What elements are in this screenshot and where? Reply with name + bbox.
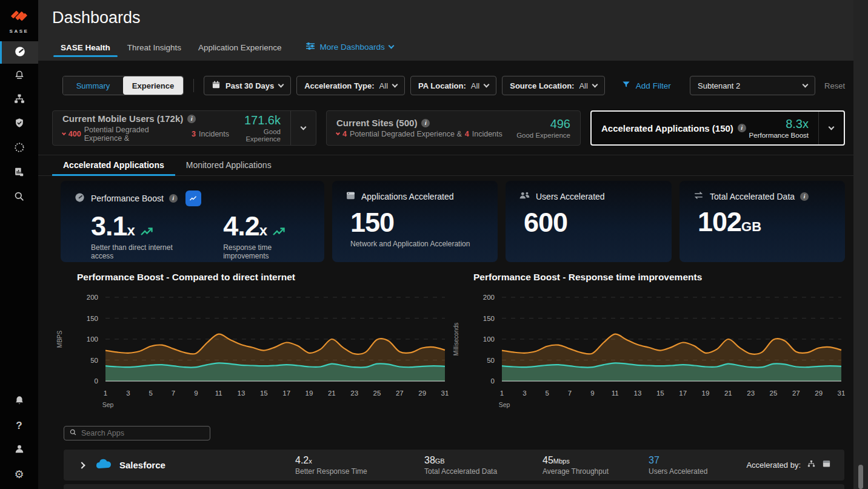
reset-button[interactable]: Reset xyxy=(824,81,845,90)
svg-text:150: 150 xyxy=(87,315,98,322)
acceleration-type-label: Acceleration Type: xyxy=(304,81,374,90)
card-applications-accelerated: Applications Accelerated 150 Network and… xyxy=(332,181,498,262)
tab-application-experience[interactable]: Application Experience xyxy=(190,43,290,61)
info-icon[interactable]: i xyxy=(800,192,809,201)
svg-text:29: 29 xyxy=(815,390,823,397)
degraded-chevron-icon xyxy=(62,131,66,135)
chevron-down-icon xyxy=(278,81,284,87)
acceleration-type-dropdown[interactable]: Acceleration Type: All xyxy=(296,76,405,95)
metric-value[interactable]: 37 xyxy=(649,455,659,465)
search-apps-input[interactable] xyxy=(81,429,205,437)
svg-text:Sep: Sep xyxy=(499,401,510,408)
svg-text:19: 19 xyxy=(702,390,710,397)
boost-suffix: x xyxy=(259,222,267,238)
boost-value: 4.2 xyxy=(223,211,259,241)
time-range-value: Past 30 Days xyxy=(225,81,274,90)
add-filter-button[interactable]: Add Filter xyxy=(621,80,671,91)
sliders-icon xyxy=(305,42,315,52)
svg-text:50: 50 xyxy=(90,357,98,364)
sidebar-item-notifications[interactable] xyxy=(0,390,38,414)
app-row-salesforce[interactable]: Salesforce 4.2x Better Response Time 38G… xyxy=(64,450,844,481)
sidebar-item-search[interactable] xyxy=(0,185,38,209)
expand-button[interactable] xyxy=(818,112,844,144)
card-value-label: Performance Boost xyxy=(749,132,809,139)
card-title: Users Accelerated xyxy=(536,192,605,201)
reports-icon xyxy=(13,166,25,180)
card-body: Accelerated Applications (150) i 8.3x Pe… xyxy=(592,112,818,144)
sase-logo-label: SASE xyxy=(10,29,29,34)
svg-text:MBPS: MBPS xyxy=(56,331,63,348)
expand-button[interactable] xyxy=(290,111,316,145)
svg-text:1: 1 xyxy=(500,390,504,397)
source-location-dropdown[interactable]: Source Location: All xyxy=(502,76,605,95)
view-toggle-summary[interactable]: Summary xyxy=(63,76,123,95)
pa-location-label: PA Location: xyxy=(418,81,466,90)
chevron-down-icon xyxy=(803,81,809,87)
sidebar-item-help[interactable]: ? xyxy=(0,414,38,438)
scrollbar-track[interactable] xyxy=(853,0,868,489)
view-chart-button[interactable] xyxy=(185,191,201,206)
scrollbar-thumb[interactable] xyxy=(858,465,863,489)
card-value-label: Good Experience xyxy=(516,132,570,139)
sidebar-item-reports[interactable] xyxy=(0,161,38,185)
svg-text:5: 5 xyxy=(545,390,549,397)
sidebar-bottom: ? ⚙ xyxy=(0,390,38,487)
card-value: 102 xyxy=(698,206,741,237)
pa-location-dropdown[interactable]: PA Location: All xyxy=(410,76,496,95)
card-current-mobile-users[interactable]: Current Mobile Users (172k) i 400 Potent… xyxy=(52,110,316,146)
svg-text:23: 23 xyxy=(350,390,358,397)
metric-label: Total Accelerated Data xyxy=(424,467,497,476)
info-icon[interactable]: i xyxy=(421,119,430,127)
card-title: Current Sites (500) xyxy=(336,118,417,128)
gear-icon: ⚙ xyxy=(14,469,24,480)
svg-text:200: 200 xyxy=(483,294,495,301)
subtenant-dropdown[interactable]: Subtenant 2 xyxy=(690,76,815,95)
sidebar-item-dashboards[interactable] xyxy=(0,41,38,64)
tab-threat-insights[interactable]: Threat Insights xyxy=(119,43,190,61)
incident-count: 4 xyxy=(465,130,469,138)
tab-sase-health[interactable]: SASE Health xyxy=(52,43,119,61)
source-location-value: All xyxy=(579,81,587,90)
svg-text:31: 31 xyxy=(441,390,449,397)
svg-text:3: 3 xyxy=(126,390,130,397)
metric-unit: Mbps xyxy=(553,457,570,465)
card-current-sites[interactable]: Current Sites (500) i 4 Potential Degrad… xyxy=(326,110,581,146)
card-body: Current Sites (500) i 4 Potential Degrad… xyxy=(327,111,580,145)
card-performance-boost: Performance Boost i 3.1x Be xyxy=(61,181,324,262)
info-icon[interactable]: i xyxy=(187,115,196,123)
sidebar-item-settings[interactable]: ⚙ xyxy=(0,462,38,487)
accelerated-by: Accelerated by: xyxy=(746,459,831,470)
incident-count: 3 xyxy=(192,130,196,138)
expand-row-chevron-icon[interactable] xyxy=(78,462,85,468)
filter-bar: Summary Experience Past 30 Days Accelera… xyxy=(62,76,845,95)
time-range-dropdown[interactable]: Past 30 Days xyxy=(204,76,291,95)
sitemap-icon xyxy=(13,93,25,107)
card-accelerated-applications[interactable]: Accelerated Applications (150) i 8.3x Pe… xyxy=(590,110,845,146)
svg-text:Milliseconds: Milliseconds xyxy=(453,323,459,356)
sidebar-item-activity[interactable] xyxy=(0,137,38,161)
add-filter-label: Add Filter xyxy=(636,81,671,90)
info-icon[interactable]: i xyxy=(169,194,178,203)
bell-icon xyxy=(13,394,25,409)
sidebar-item-topology[interactable] xyxy=(0,88,38,112)
sidebar-item-security[interactable] xyxy=(0,112,38,137)
metric-average-throughput: 45Mbps Average Throughput xyxy=(542,455,609,476)
accelerated-by-label: Accelerated by: xyxy=(746,460,801,470)
svg-text:17: 17 xyxy=(679,390,687,397)
sidebar-item-profile[interactable] xyxy=(0,438,38,462)
sidebar-item-alerts[interactable] xyxy=(0,64,38,88)
header: Dashboards SASE Health Threat Insights A… xyxy=(38,0,868,61)
info-icon[interactable]: i xyxy=(738,124,746,132)
next-app-row-partial[interactable] xyxy=(64,484,844,489)
sase-logo[interactable]: SASE xyxy=(0,0,38,41)
chevron-down-icon xyxy=(829,124,835,130)
svg-text:1: 1 xyxy=(104,390,107,397)
pa-location-value: All xyxy=(471,81,479,90)
metric-label: Average Throughput xyxy=(542,467,609,476)
tab-monitored-applications[interactable]: Monitored Applications xyxy=(175,155,282,175)
tab-accelerated-applications[interactable]: Accelerated Applications xyxy=(52,155,175,175)
metric-cards-row: Performance Boost i 3.1x Be xyxy=(61,181,845,262)
more-dashboards-button[interactable]: More Dashboards xyxy=(290,42,399,61)
help-icon: ? xyxy=(16,420,22,432)
view-toggle-experience[interactable]: Experience xyxy=(123,76,183,95)
